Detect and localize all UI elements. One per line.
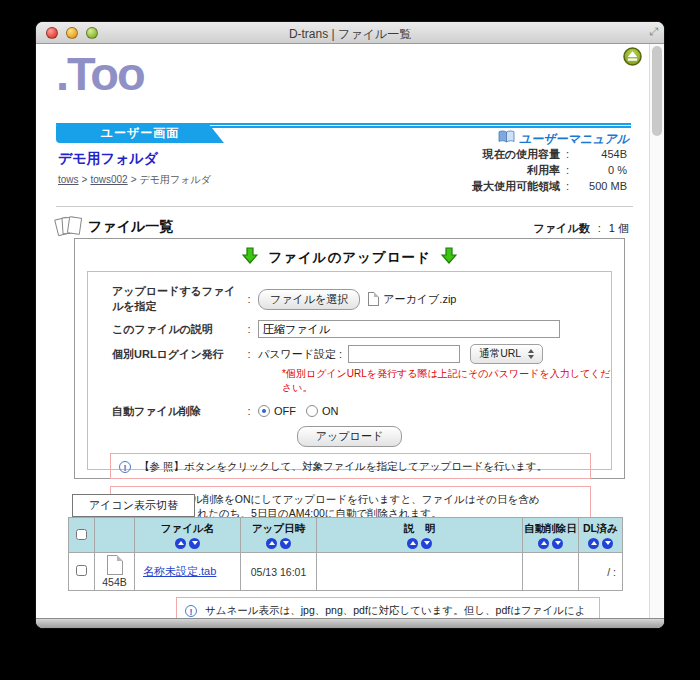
sort-down-icon[interactable] xyxy=(421,538,432,549)
sort-down-icon[interactable] xyxy=(189,538,200,549)
icon-column-header xyxy=(95,518,135,553)
scrollbar[interactable] xyxy=(649,44,664,618)
select-all-header xyxy=(69,518,95,553)
table-row: 454B 名称未設定.tab 05/13 16:01 / : xyxy=(69,553,623,591)
row-checkbox[interactable] xyxy=(76,565,87,576)
sort-up-icon[interactable] xyxy=(175,538,186,549)
row-select-cell xyxy=(69,553,95,591)
folder-header: デモ用フォルダ tows>tows002>デモ用フォルダ xyxy=(58,150,211,187)
description-row: このファイルの説明 : xyxy=(88,319,611,339)
selected-file-name: アーカイブ.zip xyxy=(383,292,456,307)
file-count-value: 1 個 xyxy=(609,222,629,234)
info-icon: ! xyxy=(185,605,197,617)
sort-up-icon[interactable] xyxy=(538,538,549,549)
auto-delete-row: 自動ファイル削除 : OFF ON xyxy=(88,401,611,421)
row-date-cell: 05/13 16:01 xyxy=(241,553,317,591)
radio-on[interactable] xyxy=(306,405,318,417)
usage-rate-value: 0 % xyxy=(575,164,627,176)
usage-row-max: 最大使用可能領域 : 500 MB xyxy=(472,178,627,194)
select-arrows-icon xyxy=(528,349,534,359)
row-name-cell: 名称未設定.tab xyxy=(135,553,241,591)
usage-row-capacity: 現在の使用容量 : 454B xyxy=(472,146,627,162)
row-dl-cell: / : xyxy=(579,553,623,591)
documents-stack-icon xyxy=(56,216,82,236)
upload-form: アップロードするファイルを指定 : ファイルを選択 アーカイブ.zip このファ… xyxy=(87,271,612,470)
page-title: ファイル一覧 xyxy=(88,218,173,236)
row-icon-cell: 454B xyxy=(95,553,135,591)
choose-file-button[interactable]: ファイルを選択 xyxy=(258,289,360,310)
url-login-row: 個別URLログイン発行 : パスワード設定 : 通常URL xyxy=(88,344,611,364)
date-column-header: アップ日時 xyxy=(241,518,317,553)
file-count: ファイル数 : 1 個 xyxy=(534,221,629,236)
upload-button[interactable]: アップロード xyxy=(297,426,402,447)
info-icon: ! xyxy=(119,461,131,473)
description-input[interactable] xyxy=(258,320,560,338)
sort-up-icon[interactable] xyxy=(588,538,599,549)
file-list-header: ファイル一覧 ファイル数 : 1 個 xyxy=(56,216,631,240)
folder-title: デモ用フォルダ xyxy=(58,150,211,168)
notice-box-reference: ! 【参 照】ボタンをクリックして、対象ファイルを指定してアップロードを行います… xyxy=(110,453,591,479)
upload-panel: ファイルのアップロード アップロードするファイルを指定 : ファイルを選択 アー… xyxy=(74,238,625,479)
upload-title: ファイルのアップロード xyxy=(268,249,431,267)
usage-capacity-value: 454B xyxy=(575,148,627,160)
password-label: パスワード設定 : xyxy=(258,347,342,362)
user-screen-tab: ユーザー画面 xyxy=(56,123,224,143)
dl-column-header: DL済み xyxy=(579,518,623,553)
divider xyxy=(56,206,633,207)
autodelete-column-header: 自動削除日 xyxy=(523,518,579,553)
select-all-checkbox[interactable] xyxy=(76,529,87,540)
browser-window: D-trans | ファイル一覧 ⤢ .Too xyxy=(36,22,664,628)
document-icon xyxy=(107,555,123,575)
window-titlebar[interactable]: D-trans | ファイル一覧 ⤢ xyxy=(36,22,664,44)
description-column-header: 説 明 xyxy=(317,518,523,553)
page-content: .Too ユーザー画面 xyxy=(36,44,664,618)
file-size: 454B xyxy=(102,576,127,588)
sort-down-icon[interactable] xyxy=(280,538,291,549)
row-autodelete-cell xyxy=(523,553,579,591)
filename-column-header: ファイル名 xyxy=(135,518,241,553)
window-bottom-bar xyxy=(36,618,664,628)
sort-down-icon[interactable] xyxy=(552,538,563,549)
usage-stats: 現在の使用容量 : 454B 利用率 : 0 % 最大使用可能領域 : 500 … xyxy=(472,146,627,194)
password-input[interactable] xyxy=(348,345,460,363)
upload-title-row: ファイルのアップロード xyxy=(75,247,624,268)
breadcrumb-link-tows002[interactable]: tows002 xyxy=(90,174,127,185)
sort-up-icon[interactable] xyxy=(407,538,418,549)
usage-max-value: 500 MB xyxy=(575,180,627,192)
green-down-arrow-icon xyxy=(441,247,457,268)
breadcrumb: tows>tows002>デモ用フォルダ xyxy=(58,173,211,187)
sort-up-icon[interactable] xyxy=(266,538,277,549)
logout-eject-icon[interactable] xyxy=(623,47,642,66)
notice-box-thumbnail: ! サムネール表示は、jpg、png、pdfに対応しています。但し、pdfはファ… xyxy=(176,597,600,618)
section-bar: ユーザー画面 ユーザーマニュアル xyxy=(56,123,631,144)
url-type-select[interactable]: 通常URL xyxy=(470,344,543,364)
breadcrumb-current: デモ用フォルダ xyxy=(140,174,211,185)
window-title: D-trans | ファイル一覧 xyxy=(36,26,664,43)
user-manual-label[interactable]: ユーザーマニュアル xyxy=(519,131,629,148)
resize-icon[interactable]: ⤢ xyxy=(649,25,658,38)
scrollbar-thumb[interactable] xyxy=(652,46,662,136)
too-logo: .Too xyxy=(56,46,144,101)
icon-view-toggle-button[interactable]: アイコン表示切替 xyxy=(72,494,195,517)
password-note: *個別ログインURLを発行する際は上記にそのパスワードを入力してください。 xyxy=(282,367,611,395)
sort-down-icon[interactable] xyxy=(602,538,613,549)
breadcrumb-link-tows[interactable]: tows xyxy=(58,174,79,185)
row-description-cell xyxy=(317,553,523,591)
file-table: ファイル名 アップ日時 説 明 xyxy=(68,517,623,591)
file-link[interactable]: 名称未設定.tab xyxy=(143,565,216,577)
file-icon xyxy=(368,292,379,306)
usage-row-rate: 利用率 : 0 % xyxy=(472,162,627,178)
green-down-arrow-icon xyxy=(242,247,258,268)
radio-off[interactable] xyxy=(258,405,270,417)
file-select-row: アップロードするファイルを指定 : ファイルを選択 アーカイブ.zip xyxy=(88,284,611,314)
